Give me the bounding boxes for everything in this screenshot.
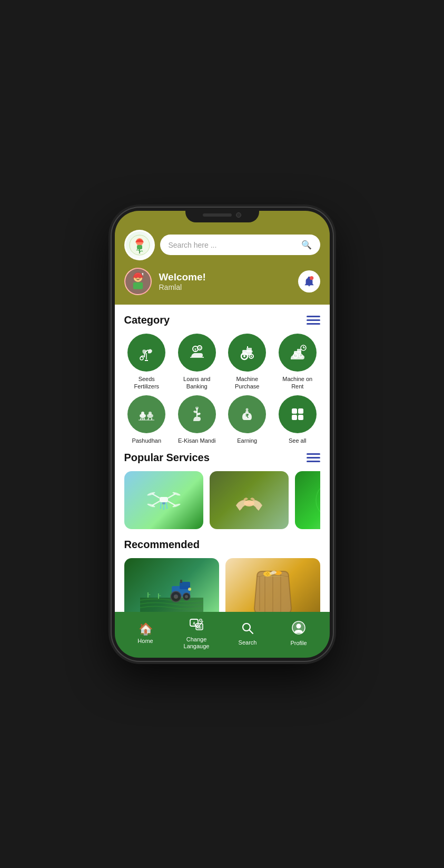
cat-earning[interactable]: ₹ Earning [225, 395, 270, 444]
speaker [203, 213, 232, 217]
machine-purchase-icon [237, 343, 257, 363]
svg-point-42 [246, 408, 249, 411]
svg-rect-45 [298, 408, 303, 414]
category-section: Category [115, 305, 330, 326]
header: Search here ... 🔍 [115, 211, 330, 305]
svg-line-51 [152, 501, 160, 505]
notification-bell[interactable] [298, 270, 320, 292]
nav-search[interactable]: Search [232, 621, 263, 646]
rec-card-tractor[interactable] [124, 558, 219, 612]
svg-point-18 [243, 355, 245, 357]
nav-language[interactable]: A あ ChangeLangauge [181, 617, 212, 650]
bell-icon [303, 276, 315, 287]
loans-label: Loans andBanking [183, 375, 210, 391]
rec-card-harvest[interactable] [225, 558, 320, 612]
logo-inner [126, 231, 153, 259]
svg-rect-46 [292, 415, 297, 420]
svg-point-57 [160, 508, 161, 509]
see-all-label: See all [289, 437, 307, 444]
svg-rect-6 [133, 282, 142, 289]
kisan-logo-svg [129, 235, 150, 256]
svg-point-80 [188, 588, 191, 591]
language-label: ChangeLangauge [184, 636, 210, 650]
earning-label: Earning [237, 437, 257, 444]
agritech-svg [313, 479, 320, 521]
svg-point-20 [251, 355, 252, 357]
earning-icon-circle: ₹ [228, 395, 266, 433]
svg-rect-2 [137, 245, 142, 249]
tech-image [295, 471, 320, 529]
pashudhan-icon-circle [127, 395, 165, 433]
menu-line-2 [307, 319, 320, 321]
harvest-svg [241, 566, 304, 612]
home-icon: 🏠 [139, 622, 153, 636]
svg-point-61 [244, 500, 254, 506]
service-card-tech[interactable] [295, 471, 320, 529]
tractor-field-image [124, 558, 219, 612]
category-menu-icon[interactable] [307, 316, 320, 325]
svg-line-49 [152, 494, 160, 498]
bottom-nav: 🏠 Home A あ ChangeLangauge [115, 612, 330, 657]
svg-point-58 [163, 509, 164, 510]
seeds-label: SeedsFertilizers [134, 375, 159, 391]
app-logo [124, 230, 155, 260]
pashudhan-icon [136, 404, 156, 424]
nav-profile[interactable]: Profile [283, 620, 314, 647]
search-bar[interactable]: Search here ... 🔍 [160, 235, 320, 255]
welcome-greeting: Welcome! [159, 271, 291, 283]
svg-rect-24 [297, 349, 301, 353]
search-label: Search [239, 639, 257, 646]
avatar [124, 268, 152, 295]
svg-point-92 [270, 572, 274, 575]
machine-rent-label: Machine onRent [282, 375, 312, 391]
cat-loans[interactable]: ₹ ₹ Loans andBanking [174, 334, 220, 391]
cat-seeds[interactable]: SeedsFertilizers [124, 334, 170, 391]
see-all-icon-circle [279, 395, 317, 433]
welcome-row: Welcome! Ramlal [124, 268, 320, 295]
svg-rect-47 [298, 415, 303, 420]
cat-machine-rent[interactable]: Machine onRent [275, 334, 320, 391]
handshake-image [210, 471, 289, 529]
svg-rect-44 [292, 408, 297, 414]
ekisan-label: E-Kisan Mandi [178, 437, 216, 444]
svg-point-8 [139, 277, 140, 278]
cat-pashudhan[interactable]: Pashudhan [124, 395, 170, 444]
svg-point-7 [135, 277, 136, 278]
search-icon: 🔍 [301, 240, 312, 250]
svg-point-88 [268, 573, 269, 574]
recommended-section: Recommended [115, 539, 330, 612]
header-top: Search here ... 🔍 [124, 230, 320, 260]
svg-point-36 [149, 412, 152, 415]
welcome-text: Welcome! Ramlal [159, 271, 291, 291]
svg-point-31 [141, 412, 144, 415]
machine-purchase-icon-circle [228, 334, 266, 372]
service-card-handshake[interactable] [210, 471, 289, 529]
services-scroll [124, 471, 320, 531]
popular-services-menu-icon[interactable] [307, 453, 320, 462]
nav-home[interactable]: 🏠 Home [130, 622, 161, 645]
search-input[interactable]: Search here ... [169, 241, 297, 249]
cat-see-all[interactable]: See all [275, 395, 320, 444]
seeds-icon-circle [127, 334, 165, 372]
phone-notch [185, 208, 259, 222]
cat-ekisan[interactable]: E-Kisan Mandi [174, 395, 220, 444]
seeds-icon [136, 343, 156, 363]
recommended-title: Recommended [124, 539, 200, 551]
ekisan-icon [187, 404, 207, 424]
svg-text:₹: ₹ [245, 413, 249, 419]
category-header: Category [124, 314, 320, 326]
home-label: Home [137, 638, 153, 645]
cat-machine-purchase[interactable]: MachinePurchase [225, 334, 270, 391]
tractor-field-svg [140, 566, 203, 612]
svg-line-50 [168, 494, 175, 498]
service-card-drone[interactable] [124, 471, 203, 529]
phone-device: Search here ... 🔍 [112, 208, 333, 661]
handshake-svg [228, 479, 270, 521]
rec-grid [124, 558, 320, 612]
svg-point-90 [267, 574, 268, 576]
phone-screen: Search here ... 🔍 [115, 211, 330, 658]
svg-text:あ: あ [198, 626, 201, 629]
language-icon: A あ [189, 617, 204, 635]
svg-text:₹: ₹ [194, 348, 196, 352]
translate-icon-svg: A あ [189, 617, 204, 632]
